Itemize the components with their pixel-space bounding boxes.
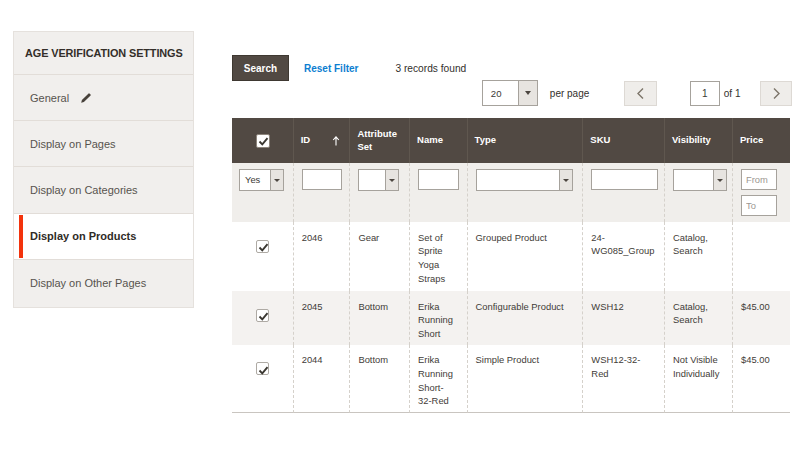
edit-pencil-icon <box>80 92 92 104</box>
sidebar-item-label: Display on Products <box>30 230 136 242</box>
sidebar-item-label: Display on Categories <box>30 184 138 196</box>
page-size-dropdown-button[interactable] <box>518 81 537 105</box>
attribute-set-filter-select[interactable] <box>358 169 399 191</box>
cell-name: Erika Running Short-​32-Red <box>409 345 467 413</box>
cell-select <box>232 345 293 413</box>
records-found-text: 3 records found <box>395 63 466 74</box>
attribute-set-filter-dropdown-button[interactable] <box>385 170 398 190</box>
cell-select <box>232 222 293 291</box>
visibility-filter-dropdown-button[interactable] <box>713 170 726 190</box>
sort-ascending-icon <box>332 136 340 146</box>
filter-cell-type <box>467 163 583 222</box>
filter-cell-visibility <box>664 163 732 222</box>
type-filter-value <box>477 170 560 190</box>
cell-visibility: Catalog, Search <box>664 291 732 345</box>
cell-id: 2044 <box>293 345 350 413</box>
sidebar-item-display-on-pages[interactable]: Display on Pages <box>14 121 193 167</box>
caret-down-icon <box>563 179 569 182</box>
next-page-button[interactable] <box>760 81 792 106</box>
cell-type: Grouped Product <box>467 222 583 291</box>
visibility-filter-value <box>674 170 713 190</box>
selection-filter-value: Yes <box>240 170 270 190</box>
cell-type: Simple Product <box>467 345 583 413</box>
checkmark-icon <box>258 242 269 253</box>
visibility-filter-select[interactable] <box>673 169 727 191</box>
column-header-type[interactable]: Type <box>467 118 583 163</box>
sidebar-item-label: Display on Pages <box>30 138 116 150</box>
column-header-attribute-set[interactable]: Attribute Set <box>349 118 409 163</box>
caret-down-icon <box>389 179 395 182</box>
sidebar-item-display-on-categories[interactable]: Display on Categories <box>14 167 193 213</box>
cell-attribute-set: Bottom <box>349 291 409 345</box>
filter-cell-select: Yes <box>232 163 293 222</box>
sidebar-item-label: General <box>30 92 69 104</box>
price-to-filter-input[interactable] <box>741 195 777 216</box>
cell-attribute-set: Bottom <box>349 345 409 413</box>
caret-down-icon <box>525 91 531 95</box>
caret-down-icon <box>274 179 280 182</box>
column-header-visibility[interactable]: Visibility <box>664 118 732 163</box>
sidebar-item-general[interactable]: General <box>14 75 193 121</box>
settings-sidebar: AGE VERIFICATION SETTINGS GeneralDisplay… <box>13 31 194 308</box>
checkmark-icon <box>258 311 269 322</box>
cell-id: 2045 <box>293 291 350 345</box>
column-header-price[interactable]: Price <box>732 118 790 163</box>
selection-filter-select[interactable]: Yes <box>239 169 284 191</box>
filter-cell-price <box>732 163 790 222</box>
page-size-select[interactable]: 20 <box>482 80 538 106</box>
current-page-input[interactable] <box>690 81 720 106</box>
cell-price <box>732 222 790 291</box>
cell-price: $45.00 <box>732 345 790 413</box>
id-filter-input[interactable] <box>302 169 343 190</box>
sidebar-item-label: Display on Other Pages <box>30 277 146 289</box>
grid-header-row: ID Attribute Set Name Type SKU Visibilit… <box>232 118 790 163</box>
row-checkbox[interactable] <box>256 309 269 322</box>
cell-price: $45.00 <box>732 291 790 345</box>
table-row: 2044BottomErika Running Short-​32-RedSim… <box>232 345 790 413</box>
per-page-label: per page <box>550 88 589 99</box>
grid-toolbar: Search Reset Filter 3 records found <box>232 55 466 81</box>
previous-page-button[interactable] <box>624 81 657 106</box>
checkmark-icon <box>258 136 269 147</box>
pager: 20 per page of 1 <box>482 80 792 106</box>
table-row: 2045BottomErika Running ShortConfigurabl… <box>232 291 790 345</box>
column-header-name[interactable]: Name <box>409 118 467 163</box>
cell-id: 2046 <box>293 222 350 291</box>
cell-attribute-set: Gear <box>349 222 409 291</box>
caret-down-icon <box>717 179 723 182</box>
sidebar-item-display-on-products[interactable]: Display on Products <box>14 214 193 260</box>
type-filter-select[interactable] <box>476 169 574 191</box>
cell-name: Erika Running Short <box>409 291 467 345</box>
reset-filter-link[interactable]: Reset Filter <box>304 63 358 74</box>
grid-data-rows: 2046GearSet of Sprite Yoga StrapsGrouped… <box>232 222 790 413</box>
filter-cell-attribute-set <box>349 163 409 222</box>
sidebar-item-list: GeneralDisplay on PagesDisplay on Catego… <box>14 75 193 306</box>
select-all-checkbox[interactable] <box>256 134 270 148</box>
cell-type: Configurable Product <box>467 291 583 345</box>
column-header-sku[interactable]: SKU <box>582 118 664 163</box>
row-checkbox[interactable] <box>256 362 269 375</box>
cell-sku: WSH12 <box>582 291 664 345</box>
chevron-left-icon <box>636 87 645 100</box>
price-from-filter-input[interactable] <box>741 169 777 190</box>
type-filter-dropdown-button[interactable] <box>559 170 572 190</box>
grid-filter-row: Yes <box>232 163 790 222</box>
filter-cell-name <box>409 163 467 222</box>
cell-sku: 24-WG085_Group <box>582 222 664 291</box>
sidebar-item-display-on-other-pages[interactable]: Display on Other Pages <box>14 260 193 306</box>
sidebar-title: AGE VERIFICATION SETTINGS <box>14 32 193 75</box>
name-filter-input[interactable] <box>418 169 459 190</box>
select-all-header-cell <box>232 118 293 163</box>
checkmark-icon <box>258 365 269 376</box>
total-pages-label: of 1 <box>724 88 741 99</box>
column-header-id[interactable]: ID <box>293 118 350 163</box>
selection-filter-dropdown-button[interactable] <box>270 170 283 190</box>
filter-cell-id <box>293 163 350 222</box>
products-grid: ID Attribute Set Name Type SKU Visibilit… <box>232 118 790 413</box>
filter-cell-sku <box>582 163 664 222</box>
cell-name: Set of Sprite Yoga Straps <box>409 222 467 291</box>
row-checkbox[interactable] <box>256 240 269 253</box>
search-button[interactable]: Search <box>232 55 289 81</box>
page: AGE VERIFICATION SETTINGS GeneralDisplay… <box>0 0 800 450</box>
sku-filter-input[interactable] <box>591 169 658 190</box>
